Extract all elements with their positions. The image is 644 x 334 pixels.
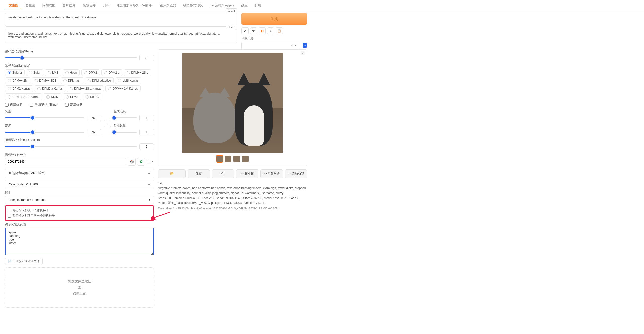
tab-extras[interactable]: 附加功能	[39, 1, 59, 10]
upload-file-button[interactable]: 📄 上传提示词输入文件	[5, 258, 43, 265]
sampler-option[interactable]: LMS	[45, 69, 61, 76]
tiling-check[interactable]: 平铺/分块 (Tiling)	[30, 103, 58, 107]
sampler-option[interactable]: DPM++ 2M	[5, 77, 30, 84]
batch-count-slider[interactable]	[114, 117, 137, 118]
top-tabs: 文生图 图生图 附加功能 图片信息 模型合并 训练 可选附加网络(LoRA插件)…	[0, 0, 644, 10]
height-slider[interactable]	[5, 132, 84, 133]
seed-input[interactable]	[5, 158, 126, 165]
batch-size-value[interactable]: 1	[139, 129, 154, 135]
save-button[interactable]: 保存	[188, 169, 210, 178]
open-folder-button[interactable]: 📂	[158, 169, 186, 178]
thumbnail[interactable]	[225, 156, 231, 162]
same-seed-check[interactable]: 每行输入都使用同一个随机种子	[8, 214, 151, 218]
width-value[interactable]: 768	[87, 115, 101, 121]
sampler-option[interactable]: LMS Karras	[115, 77, 141, 84]
tab-settings[interactable]: 设置	[237, 1, 251, 10]
sampler-option[interactable]: DDIM	[44, 93, 61, 100]
tool-row: ↙ 🗑 ◧ 🗎 📋	[242, 27, 307, 34]
height-value[interactable]: 768	[87, 129, 101, 135]
sampler-option[interactable]: Euler a	[5, 69, 25, 76]
sampler-option[interactable]: DPM2 Karras	[5, 85, 33, 92]
sampler-option[interactable]: UniPC	[83, 93, 102, 100]
file-button[interactable]: 🗎	[267, 27, 274, 34]
clear-button[interactable]: 🗑	[250, 27, 257, 34]
zip-button[interactable]: Zip	[212, 169, 234, 178]
steps-value[interactable]: 20	[139, 55, 154, 61]
prompt-list-textarea[interactable]: apple handbag tree water	[5, 228, 154, 255]
recycle-button[interactable]: ♻	[137, 158, 145, 166]
sampler-option[interactable]: PLMS	[63, 93, 81, 100]
radio-icon	[88, 79, 91, 82]
sampler-option[interactable]: DPM adaptive	[85, 77, 114, 84]
cfg-label: 提示词相关性(CFG Scale)	[5, 138, 154, 142]
annotation-arrow-icon	[151, 211, 171, 220]
tab-pnginfo[interactable]: 图片信息	[59, 1, 79, 10]
send-inpaint-button[interactable]: >> 局部重绘	[260, 169, 283, 178]
sampler-option[interactable]: Euler	[26, 69, 43, 76]
width-label: 宽度	[5, 109, 101, 114]
sampler-option[interactable]: DPM++ 2S a Karras	[67, 85, 104, 92]
tab-merge[interactable]: 模型合并	[79, 1, 99, 10]
paste-button[interactable]: 📋	[276, 27, 283, 34]
tab-lora[interactable]: 可选附加网络(LoRA插件)	[113, 1, 156, 10]
action-row: 📂 保存 Zip >> 图生图 >> 局部重绘 >> 附加功能	[158, 169, 307, 178]
sampler-option[interactable]: DPM2 a Karras	[35, 85, 65, 92]
style-label: 模板风格	[242, 36, 307, 41]
positive-prompt[interactable]: masterpiece, best quality,people walking…	[5, 13, 237, 27]
sampler-option[interactable]: DPM++ SDE	[32, 77, 59, 84]
tab-extensions[interactable]: 扩展	[251, 1, 265, 10]
dice-button[interactable]: 🎲	[128, 158, 136, 166]
width-slider[interactable]	[5, 117, 84, 118]
batch-size-slider[interactable]	[114, 132, 137, 133]
steps-label: 采样迭代步数(Steps)	[5, 49, 154, 54]
radio-icon	[118, 79, 121, 82]
output-image[interactable]	[182, 53, 283, 153]
radio-icon	[86, 95, 89, 99]
thumbnail[interactable]	[242, 156, 249, 162]
style-clear-icon[interactable]: ×	[291, 44, 293, 47]
tab-convert[interactable]: 模型格式转换	[180, 1, 206, 10]
radio-icon	[46, 95, 50, 99]
sampler-option[interactable]: DPM++ 2S a	[124, 69, 151, 76]
thumbnail[interactable]	[216, 156, 223, 162]
cfg-value[interactable]: 7	[139, 143, 154, 150]
radio-icon	[8, 79, 11, 82]
negative-prompt[interactable]: lowres, bad anatomy, bad hands, text, er…	[5, 29, 237, 43]
sampler-option[interactable]: DPM2 a	[101, 69, 122, 76]
extra-seed-check[interactable]	[147, 160, 150, 163]
generate-button[interactable]: 生成	[242, 13, 307, 25]
face-restore-check[interactable]: 面部修复	[5, 103, 22, 107]
steps-slider[interactable]	[5, 57, 137, 58]
send-extras-button[interactable]: >> 附加功能	[285, 169, 307, 178]
radio-icon	[35, 79, 38, 82]
negative-token-count: 45/75	[226, 25, 237, 29]
sampler-option[interactable]: DPM++ SDE Karras	[5, 93, 42, 100]
swap-wh-button[interactable]: ⇅	[104, 120, 111, 127]
generation-info: cat Negative prompt: lowres, bad anatomy…	[158, 181, 307, 211]
sampler-option[interactable]: DPM++ 2M Karras	[105, 85, 140, 92]
chevron-left-icon: ◀	[148, 172, 150, 175]
tab-img2img[interactable]: 图生图	[22, 1, 39, 10]
batch-count-value[interactable]: 1	[139, 115, 154, 121]
style-select[interactable]: × ▼	[242, 42, 299, 49]
send-img2img-button[interactable]: >> 图生图	[236, 169, 258, 178]
interrogate-button[interactable]: ↙	[242, 27, 249, 34]
thumbnail[interactable]	[233, 156, 240, 162]
sampler-option[interactable]: DPM fast	[61, 77, 83, 84]
tab-txt2img[interactable]: 文生图	[5, 1, 22, 10]
tab-train[interactable]: 训练	[99, 1, 113, 10]
hires-check[interactable]: 高清修复	[65, 103, 82, 107]
lora-accordion[interactable]: 可选附加网络(LoRA插件)◀	[5, 168, 154, 178]
iterate-seed-check[interactable]: 每行输入都换一个随机种子	[8, 208, 151, 213]
script-select[interactable]: Prompts from file or textbox▼	[5, 196, 154, 204]
drop-zone[interactable]: 拖放文件至此处 - 或 - 点击上传	[5, 267, 154, 308]
style-refresh-button[interactable]: ↻	[303, 43, 307, 48]
controlnet-accordion[interactable]: ControlNet v1.1.200◀	[5, 180, 154, 189]
sampler-option[interactable]: DPM2	[81, 69, 100, 76]
close-icon[interactable]: ×	[301, 51, 305, 55]
tab-gallery[interactable]: 图库浏览器	[156, 1, 180, 10]
sampler-option[interactable]: Heun	[63, 69, 80, 76]
paint-button[interactable]: ◧	[259, 27, 266, 34]
dropdown-caret-icon[interactable]: ▼	[152, 160, 154, 163]
cfg-slider[interactable]	[5, 146, 137, 147]
